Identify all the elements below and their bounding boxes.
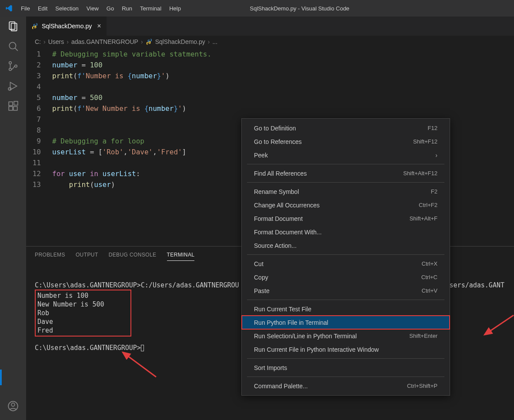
extensions-icon[interactable] — [7, 100, 19, 112]
breadcrumb-seg[interactable]: Users — [48, 38, 64, 45]
activity-bar — [0, 17, 26, 420]
ctx-run-selection-line[interactable]: Run Selection/Line in Python TerminalShi… — [242, 329, 450, 343]
chevron-right-icon: › — [43, 38, 46, 45]
svg-point-8 — [8, 87, 11, 90]
ctx-paste[interactable]: PasteCtrl+V — [242, 284, 450, 297]
menu-terminal[interactable]: Terminal — [137, 3, 165, 14]
ctx-go-to-definition[interactable]: Go to DefinitionF12 — [242, 121, 450, 135]
ctx-format-document[interactable]: Format DocumentShift+Alt+F — [242, 212, 450, 225]
svg-point-4 — [9, 62, 11, 64]
ctx-command-palette[interactable]: Command Palette...Ctrl+Shift+P — [242, 379, 450, 393]
ctx-find-all-references[interactable]: Find All ReferencesShift+Alt+F12 — [242, 167, 450, 180]
ctx-run-interactive-window[interactable]: Run Current File in Python Interactive W… — [242, 343, 450, 356]
breadcrumb-seg[interactable]: C: — [35, 38, 41, 45]
python-file-icon — [31, 23, 38, 30]
breadcrumb-seg: ... — [212, 38, 217, 45]
chevron-right-icon: › — [141, 38, 143, 45]
context-menu: Go to DefinitionF12 Go to ReferencesShif… — [241, 118, 450, 396]
breadcrumb-seg[interactable]: adas.GANTNERGROUP — [71, 38, 138, 45]
python-file-icon — [146, 38, 153, 45]
title-bar: File Edit Selection View Go Run Terminal… — [0, 0, 514, 17]
ctx-run-current-test-file[interactable]: Run Current Test File — [242, 302, 450, 316]
menu-run[interactable]: Run — [118, 3, 136, 14]
svg-rect-9 — [9, 102, 13, 106]
svg-point-2 — [9, 42, 16, 49]
tab-sqlshackdemo[interactable]: SqlShackDemo.py × — [26, 17, 107, 36]
accounts-icon[interactable] — [7, 400, 19, 412]
svg-rect-11 — [13, 107, 17, 110]
menu-bar: File Edit Selection View Go Run Terminal… — [17, 3, 184, 14]
chevron-right-icon: › — [435, 152, 437, 159]
line-numbers: 1234 5678 910111213 — [26, 49, 52, 246]
svg-rect-12 — [14, 101, 18, 105]
svg-point-14 — [11, 403, 15, 407]
menu-file[interactable]: File — [17, 3, 33, 14]
ctx-rename-symbol[interactable]: Rename SymbolF2 — [242, 185, 450, 198]
explorer-icon[interactable] — [7, 20, 19, 32]
search-icon[interactable] — [7, 40, 19, 52]
svg-rect-10 — [9, 107, 13, 110]
menu-edit[interactable]: Edit — [34, 3, 51, 14]
ctx-source-action[interactable]: Source Action... — [242, 239, 450, 252]
chevron-right-icon: › — [67, 38, 69, 45]
ctx-run-python-file-in-terminal[interactable]: Run Python File in Terminal — [242, 316, 450, 329]
tab-close-icon[interactable]: × — [97, 22, 101, 30]
ctx-go-to-references[interactable]: Go to ReferencesShift+F12 — [242, 135, 450, 148]
annotation-arrow-icon — [119, 349, 158, 379]
run-debug-icon[interactable] — [7, 80, 19, 92]
window-title: SqlShackDemo.py - Visual Studio Code — [184, 5, 415, 12]
svg-line-15 — [123, 352, 156, 377]
svg-point-5 — [9, 68, 11, 70]
terminal-output-highlight: Number is 100New Number is 500RobDaveFre… — [35, 290, 131, 337]
status-indicator — [0, 370, 2, 385]
ctx-peek[interactable]: Peek› — [242, 148, 450, 162]
menu-go[interactable]: Go — [103, 3, 117, 14]
tab-terminal[interactable]: TERMINAL — [167, 252, 195, 261]
menu-view[interactable]: View — [83, 3, 102, 14]
annotation-arrow-icon — [481, 313, 514, 339]
vscode-logo-icon — [5, 4, 13, 12]
breadcrumb-seg[interactable]: SqlShackDemo.py — [155, 38, 205, 45]
source-control-icon[interactable] — [7, 60, 19, 72]
tab-output[interactable]: OUTPUT — [76, 252, 98, 261]
breadcrumb[interactable]: C:› Users› adas.GANTNERGROUP› SqlShackDe… — [26, 36, 514, 48]
tab-debug-console[interactable]: DEBUG CONSOLE — [109, 252, 157, 261]
ctx-cut[interactable]: CutCtrl+X — [242, 257, 450, 270]
ctx-format-document-with[interactable]: Format Document With... — [242, 225, 450, 239]
chevron-right-icon: › — [208, 38, 210, 45]
ctx-sort-imports[interactable]: Sort Imports — [242, 361, 450, 374]
code-area[interactable]: # Debugging simple variable statments. n… — [52, 49, 211, 246]
menu-selection[interactable]: Selection — [52, 3, 82, 14]
svg-point-6 — [15, 65, 17, 67]
tab-problems[interactable]: PROBLEMS — [35, 252, 65, 261]
menu-help[interactable]: Help — [166, 3, 184, 14]
ctx-change-all-occurrences[interactable]: Change All OccurrencesCtrl+F2 — [242, 198, 450, 212]
ctx-copy[interactable]: CopyCtrl+C — [242, 270, 450, 284]
tab-filename: SqlShackDemo.py — [42, 23, 92, 30]
svg-line-16 — [484, 315, 514, 335]
svg-line-3 — [15, 48, 18, 51]
tab-bar: SqlShackDemo.py × — [26, 17, 514, 36]
